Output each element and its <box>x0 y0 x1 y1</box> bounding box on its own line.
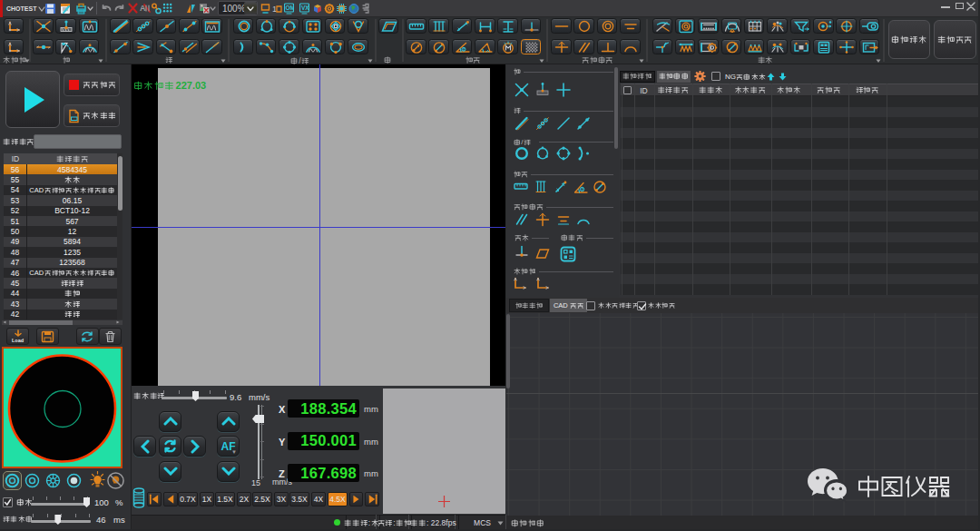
svg-text:OM: OM <box>286 5 295 11</box>
svg-text:VX: VX <box>301 5 309 11</box>
svg-text:1: 1 <box>272 5 277 14</box>
svg-text:Load: Load <box>12 338 24 343</box>
